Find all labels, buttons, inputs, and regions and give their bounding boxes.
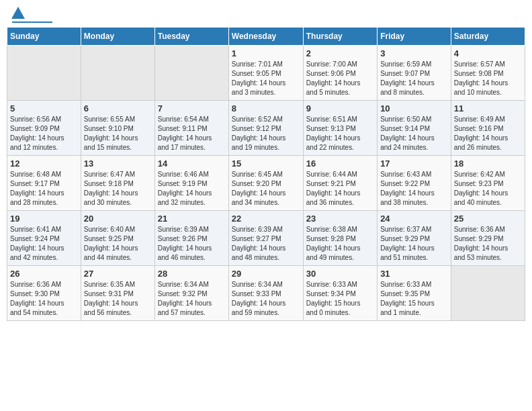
day-info: Sunrise: 6:40 AM Sunset: 9:25 PM Dayligh… — [84, 225, 152, 263]
calendar-cell: 23Sunrise: 6:38 AM Sunset: 9:28 PM Dayli… — [303, 211, 377, 266]
calendar-cell: 8Sunrise: 6:52 AM Sunset: 9:12 PM Daylig… — [228, 101, 303, 156]
calendar-cell: 11Sunrise: 6:49 AM Sunset: 9:16 PM Dayli… — [451, 101, 525, 156]
day-number: 12 — [10, 158, 78, 169]
calendar-cell — [451, 266, 525, 321]
svg-marker-0 — [11, 7, 25, 19]
day-number: 6 — [84, 103, 152, 113]
column-header-tuesday: Tuesday — [154, 28, 228, 46]
day-number: 4 — [454, 48, 522, 58]
day-info: Sunrise: 6:39 AM Sunset: 9:27 PM Dayligh… — [232, 225, 300, 263]
column-header-saturday: Saturday — [451, 28, 525, 46]
day-info: Sunrise: 6:43 AM Sunset: 9:22 PM Dayligh… — [380, 170, 448, 208]
calendar-cell: 13Sunrise: 6:47 AM Sunset: 9:18 PM Dayli… — [81, 156, 154, 211]
calendar-cell: 5Sunrise: 6:56 AM Sunset: 9:09 PM Daylig… — [7, 101, 81, 156]
calendar-cell: 20Sunrise: 6:40 AM Sunset: 9:25 PM Dayli… — [81, 211, 154, 266]
calendar-week-row: 1Sunrise: 7:01 AM Sunset: 9:05 PM Daylig… — [7, 46, 525, 101]
day-number: 25 — [454, 214, 522, 224]
day-info: Sunrise: 6:38 AM Sunset: 9:28 PM Dayligh… — [306, 225, 374, 263]
calendar-cell: 4Sunrise: 6:57 AM Sunset: 9:08 PM Daylig… — [451, 46, 525, 101]
day-info: Sunrise: 6:51 AM Sunset: 9:13 PM Dayligh… — [306, 115, 374, 152]
header-area — [7, 7, 525, 23]
day-info: Sunrise: 6:52 AM Sunset: 9:12 PM Dayligh… — [232, 115, 300, 152]
calendar-table: SundayMondayTuesdayWednesdayThursdayFrid… — [7, 27, 525, 321]
day-number: 16 — [306, 158, 374, 169]
day-info: Sunrise: 6:33 AM Sunset: 9:34 PM Dayligh… — [306, 280, 374, 318]
calendar-cell: 31Sunrise: 6:33 AM Sunset: 9:35 PM Dayli… — [378, 266, 451, 321]
calendar-cell: 14Sunrise: 6:46 AM Sunset: 9:19 PM Dayli… — [154, 156, 228, 211]
day-info: Sunrise: 6:35 AM Sunset: 9:31 PM Dayligh… — [84, 280, 152, 318]
day-number: 29 — [232, 269, 300, 279]
day-number: 20 — [84, 214, 152, 224]
day-info: Sunrise: 6:47 AM Sunset: 9:18 PM Dayligh… — [84, 170, 152, 208]
calendar-header-row: SundayMondayTuesdayWednesdayThursdayFrid… — [7, 28, 525, 46]
calendar-cell: 22Sunrise: 6:39 AM Sunset: 9:27 PM Dayli… — [228, 211, 303, 266]
column-header-wednesday: Wednesday — [228, 28, 303, 46]
day-number: 2 — [306, 48, 374, 58]
day-info: Sunrise: 6:41 AM Sunset: 9:24 PM Dayligh… — [10, 225, 78, 263]
column-header-monday: Monday — [81, 28, 154, 46]
calendar-week-row: 19Sunrise: 6:41 AM Sunset: 9:24 PM Dayli… — [7, 211, 525, 266]
calendar-week-row: 26Sunrise: 6:36 AM Sunset: 9:30 PM Dayli… — [7, 266, 525, 321]
day-number: 30 — [306, 269, 374, 279]
day-info: Sunrise: 6:42 AM Sunset: 9:23 PM Dayligh… — [454, 170, 522, 208]
day-info: Sunrise: 6:36 AM Sunset: 9:30 PM Dayligh… — [10, 280, 78, 318]
calendar-cell — [154, 46, 228, 101]
logo-triangle-icon — [11, 7, 25, 19]
calendar-week-row: 12Sunrise: 6:48 AM Sunset: 9:17 PM Dayli… — [7, 156, 525, 211]
day-info: Sunrise: 6:37 AM Sunset: 9:29 PM Dayligh… — [380, 225, 448, 263]
calendar-cell: 26Sunrise: 6:36 AM Sunset: 9:30 PM Dayli… — [7, 266, 81, 321]
calendar-cell: 17Sunrise: 6:43 AM Sunset: 9:22 PM Dayli… — [378, 156, 451, 211]
calendar-cell: 9Sunrise: 6:51 AM Sunset: 9:13 PM Daylig… — [303, 101, 377, 156]
day-info: Sunrise: 6:33 AM Sunset: 9:35 PM Dayligh… — [380, 280, 448, 318]
day-info: Sunrise: 6:50 AM Sunset: 9:14 PM Dayligh… — [380, 115, 448, 152]
calendar-cell: 6Sunrise: 6:55 AM Sunset: 9:10 PM Daylig… — [81, 101, 154, 156]
calendar-cell: 29Sunrise: 6:34 AM Sunset: 9:33 PM Dayli… — [228, 266, 303, 321]
day-number: 5 — [10, 103, 78, 113]
day-number: 15 — [232, 158, 300, 169]
day-number: 27 — [84, 269, 152, 279]
calendar-cell: 15Sunrise: 6:45 AM Sunset: 9:20 PM Dayli… — [228, 156, 303, 211]
day-info: Sunrise: 6:34 AM Sunset: 9:33 PM Dayligh… — [232, 280, 300, 318]
calendar-cell: 19Sunrise: 6:41 AM Sunset: 9:24 PM Dayli… — [7, 211, 81, 266]
calendar-cell: 10Sunrise: 6:50 AM Sunset: 9:14 PM Dayli… — [378, 101, 451, 156]
calendar-cell: 7Sunrise: 6:54 AM Sunset: 9:11 PM Daylig… — [154, 101, 228, 156]
day-number: 31 — [380, 269, 448, 279]
calendar-cell: 12Sunrise: 6:48 AM Sunset: 9:17 PM Dayli… — [7, 156, 81, 211]
column-header-thursday: Thursday — [303, 28, 377, 46]
calendar-cell: 24Sunrise: 6:37 AM Sunset: 9:29 PM Dayli… — [378, 211, 451, 266]
day-info: Sunrise: 6:44 AM Sunset: 9:21 PM Dayligh… — [306, 170, 374, 208]
day-number: 28 — [158, 269, 226, 279]
day-info: Sunrise: 6:55 AM Sunset: 9:10 PM Dayligh… — [84, 115, 152, 152]
day-number: 9 — [306, 103, 374, 113]
day-info: Sunrise: 6:57 AM Sunset: 9:08 PM Dayligh… — [454, 60, 522, 97]
calendar-week-row: 5Sunrise: 6:56 AM Sunset: 9:09 PM Daylig… — [7, 101, 525, 156]
day-info: Sunrise: 6:59 AM Sunset: 9:07 PM Dayligh… — [380, 60, 448, 97]
day-number: 21 — [158, 214, 226, 224]
day-number: 7 — [158, 103, 226, 113]
calendar-cell: 1Sunrise: 7:01 AM Sunset: 9:05 PM Daylig… — [228, 46, 303, 101]
day-number: 11 — [454, 103, 522, 113]
day-info: Sunrise: 6:46 AM Sunset: 9:19 PM Dayligh… — [158, 170, 226, 208]
day-number: 3 — [380, 48, 448, 58]
calendar-cell: 28Sunrise: 6:34 AM Sunset: 9:32 PM Dayli… — [154, 266, 228, 321]
calendar-cell — [7, 46, 81, 101]
day-number: 13 — [84, 158, 152, 169]
day-number: 1 — [232, 48, 300, 58]
calendar-cell: 18Sunrise: 6:42 AM Sunset: 9:23 PM Dayli… — [451, 156, 525, 211]
day-info: Sunrise: 7:00 AM Sunset: 9:06 PM Dayligh… — [306, 60, 374, 97]
calendar-cell: 3Sunrise: 6:59 AM Sunset: 9:07 PM Daylig… — [378, 46, 451, 101]
day-number: 8 — [232, 103, 300, 113]
calendar-cell: 30Sunrise: 6:33 AM Sunset: 9:34 PM Dayli… — [303, 266, 377, 321]
calendar-cell: 21Sunrise: 6:39 AM Sunset: 9:26 PM Dayli… — [154, 211, 228, 266]
day-number: 14 — [158, 158, 226, 169]
calendar-cell: 2Sunrise: 7:00 AM Sunset: 9:06 PM Daylig… — [303, 46, 377, 101]
day-number: 24 — [380, 214, 448, 224]
day-info: Sunrise: 6:49 AM Sunset: 9:16 PM Dayligh… — [454, 115, 522, 152]
calendar-cell: 27Sunrise: 6:35 AM Sunset: 9:31 PM Dayli… — [81, 266, 154, 321]
day-info: Sunrise: 6:39 AM Sunset: 9:26 PM Dayligh… — [158, 225, 226, 263]
day-number: 10 — [380, 103, 448, 113]
column-header-friday: Friday — [378, 28, 451, 46]
day-info: Sunrise: 6:34 AM Sunset: 9:32 PM Dayligh… — [158, 280, 226, 318]
day-number: 19 — [10, 214, 78, 224]
day-info: Sunrise: 6:54 AM Sunset: 9:11 PM Dayligh… — [158, 115, 226, 152]
